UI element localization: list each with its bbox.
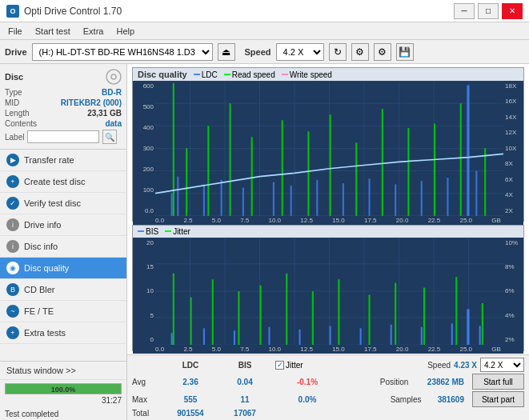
svg-rect-80 — [338, 279, 339, 345]
chart2-x-200: 20.0 — [396, 346, 409, 353]
label-button[interactable]: 🔍 — [102, 130, 117, 144]
svg-rect-75 — [212, 279, 214, 345]
settings-button1[interactable]: ⚙ — [351, 43, 369, 61]
chart1-yr-12x: 12X — [503, 129, 523, 136]
speed-label: Speed — [245, 47, 271, 57]
chart2-x-50: 5.0 — [212, 346, 221, 353]
chart1-yr-2x: 2X — [503, 207, 523, 214]
svg-rect-23 — [273, 182, 275, 216]
cd-bler-label: CD Bler — [24, 285, 55, 294]
save-button[interactable]: 💾 — [396, 43, 414, 61]
chart1-x-225: 22.5 — [428, 217, 441, 224]
svg-rect-78 — [286, 274, 287, 345]
length-label: Length — [5, 109, 30, 118]
svg-rect-34 — [186, 148, 187, 215]
speed-select-small[interactable]: 4.2 X — [480, 358, 524, 372]
legend-write-speed: Write speed — [282, 70, 332, 79]
svg-rect-21 — [221, 180, 222, 216]
disc-info-label: Disc info — [24, 242, 58, 251]
sidebar: Disc Type BD-R MID RITEKBR2 (000) Length… — [0, 64, 127, 420]
disc-info-icon: i — [6, 240, 19, 253]
menu-help[interactable]: Help — [111, 25, 139, 38]
contents-label: Contents — [5, 119, 37, 128]
svg-rect-64 — [268, 327, 270, 345]
jitter-check: ✓ Jitter — [275, 361, 303, 370]
drive-info-label: Drive info — [24, 220, 61, 230]
chart2-y-10: 10 — [133, 287, 155, 294]
eject-button[interactable]: ⏏ — [218, 43, 235, 61]
close-button[interactable]: ✕ — [502, 3, 523, 19]
chart1-x-250: 25.0 — [459, 217, 472, 224]
chart1-title: Disc quality — [138, 70, 187, 79]
type-value: BD-R — [102, 88, 122, 97]
legend-read-speed: Read speed — [224, 70, 275, 79]
chart1-header: Disc quality LDC Read speed Write speed — [133, 68, 523, 81]
start-full-button[interactable]: Start full — [472, 374, 524, 390]
chart2-yr-10: 10% — [503, 239, 523, 246]
start-part-button[interactable]: Start part — [472, 391, 524, 407]
menu-start-test[interactable]: Start test — [30, 25, 75, 38]
chart2-svg — [155, 238, 503, 345]
stats-total-row: Total 901554 17067 — [132, 409, 524, 418]
chart2-x-gb: GB — [491, 346, 501, 353]
svg-point-0 — [106, 70, 121, 84]
title-bar: O Opti Drive Control 1.70 ─ □ ✕ — [0, 0, 529, 22]
svg-rect-39 — [307, 131, 309, 216]
max-bis-value: 11 — [221, 395, 269, 404]
speed-header-label: Speed — [427, 361, 451, 370]
svg-rect-84 — [455, 277, 457, 345]
chart1-y-200: 200 — [133, 166, 155, 173]
chart1-yr-10x: 10X — [503, 145, 523, 152]
sidebar-item-disc-quality[interactable]: ◉ Disc quality — [0, 258, 126, 279]
chart2-x-125: 12.5 — [300, 346, 313, 353]
svg-rect-62 — [203, 328, 205, 345]
extra-tests-icon: + — [6, 326, 19, 339]
status-window-button[interactable]: Status window >> — [0, 362, 126, 380]
position-label: Position — [380, 378, 424, 386]
svg-rect-27 — [368, 178, 370, 215]
chart1-x-50: 5.0 — [212, 217, 221, 224]
menu-file[interactable]: File — [3, 25, 27, 38]
chart1-plot — [155, 81, 503, 216]
jitter-label: Jitter — [286, 361, 303, 370]
disc-quality-label: Disc quality — [24, 263, 69, 273]
chart2-panel: BIS Jitter 20 15 10 5 0 — [132, 225, 524, 351]
jitter-checkbox[interactable]: ✓ — [275, 361, 284, 370]
svg-rect-40 — [330, 114, 331, 216]
disc-header: Disc — [5, 69, 122, 85]
sidebar-item-transfer-rate[interactable]: ▶ Transfer rate — [0, 150, 126, 171]
status-window-label: Status window >> — [6, 366, 76, 375]
settings-button2[interactable]: ⚙ — [374, 43, 391, 61]
drive-bar: Drive (H:) HL-DT-ST BD-RE WH16NS48 1.D3 … — [0, 40, 529, 64]
write-speed-legend-dot — [282, 74, 288, 75]
stats-ldc-header: LDC — [166, 361, 214, 370]
svg-rect-44 — [434, 123, 435, 215]
svg-rect-82 — [395, 282, 396, 345]
bis-legend-dot — [138, 230, 144, 232]
menu-extra[interactable]: Extra — [78, 25, 109, 38]
refresh-button[interactable]: ↻ — [329, 43, 347, 61]
svg-rect-25 — [316, 180, 318, 216]
total-ldc-value: 901554 — [166, 409, 214, 418]
svg-rect-61 — [171, 333, 173, 345]
drive-select[interactable]: (H:) HL-DT-ST BD-RE WH16NS48 1.D3 — [32, 43, 213, 61]
svg-rect-70 — [451, 323, 453, 345]
create-test-disc-label: Create test disc — [24, 177, 85, 186]
sidebar-item-drive-info[interactable]: i Drive info — [0, 214, 126, 236]
minimize-button[interactable]: ─ — [454, 3, 475, 19]
maximize-button[interactable]: □ — [478, 3, 499, 19]
svg-rect-35 — [207, 126, 209, 216]
read-speed-legend-dot — [224, 74, 230, 75]
chart2-x-75: 7.5 — [240, 346, 249, 353]
chart1-yr-18x: 18X — [503, 82, 523, 90]
sidebar-item-cd-bler[interactable]: B CD Bler — [0, 279, 126, 301]
speed-select[interactable]: 4.2 X — [276, 43, 324, 61]
sidebar-item-extra-tests[interactable]: + Extra tests — [0, 322, 126, 344]
sidebar-item-fe-te[interactable]: ~ FE / TE — [0, 301, 126, 322]
sidebar-item-disc-info[interactable]: i Disc info — [0, 236, 126, 258]
label-input[interactable] — [27, 130, 99, 143]
avg-bis-value: 0.04 — [221, 378, 269, 386]
disc-panel: Disc Type BD-R MID RITEKBR2 (000) Length… — [0, 64, 126, 150]
sidebar-item-verify-test-disc[interactable]: ✓ Verify test disc — [0, 193, 126, 214]
sidebar-item-create-test-disc[interactable]: + Create test disc — [0, 171, 126, 193]
